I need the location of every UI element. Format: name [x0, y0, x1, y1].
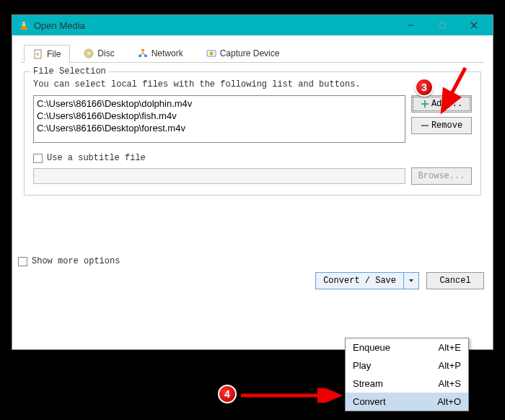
menu-shortcut: Alt+P — [439, 360, 461, 371]
annotation-badge-4: 4 — [218, 385, 237, 403]
menu-label: Stream — [353, 378, 439, 389]
tab-disc[interactable]: Disc — [74, 44, 123, 62]
menu-item-stream[interactable]: Stream Alt+S — [346, 375, 468, 393]
list-item[interactable]: C:\Users\86166\Desktop\forest.m4v — [37, 123, 402, 135]
show-more-options-checkbox[interactable] — [18, 257, 27, 266]
tab-file[interactable]: File — [24, 45, 70, 63]
list-item[interactable]: C:\Users\86166\Desktop\fish.m4v — [37, 110, 402, 123]
tab-label: Capture Device — [220, 48, 280, 58]
group-label: File Selection — [30, 66, 109, 76]
convert-save-dropdown-arrow[interactable] — [403, 273, 418, 289]
help-text: You can select local files with the foll… — [33, 79, 472, 89]
menu-item-convert[interactable]: Convert Alt+O — [346, 393, 468, 411]
capture-icon — [206, 48, 216, 58]
disc-icon — [84, 48, 94, 58]
menu-label: Convert — [353, 396, 437, 407]
svg-rect-11 — [139, 55, 141, 57]
svg-line-21 — [442, 68, 465, 111]
close-button[interactable] — [458, 16, 490, 35]
svg-rect-1 — [22, 25, 26, 25]
menu-label: Enqueue — [353, 342, 439, 353]
convert-save-dropdown: Enqueue Alt+E Play Alt+P Stream Alt+S Co… — [345, 338, 469, 411]
svg-point-17 — [209, 52, 213, 56]
svg-rect-3 — [439, 22, 444, 27]
svg-point-9 — [88, 53, 90, 55]
browse-label: Browse... — [418, 171, 465, 181]
convert-save-button[interactable]: Convert / Save — [315, 272, 419, 289]
file-list[interactable]: C:\Users\86166\Desktop\dolphin.m4v C:\Us… — [33, 95, 405, 143]
file-icon — [33, 49, 43, 59]
annotation-arrow-3 — [429, 65, 480, 123]
svg-rect-12 — [144, 55, 147, 57]
titlebar: Open Media — [12, 15, 493, 35]
menu-item-enqueue[interactable]: Enqueue Alt+E — [346, 338, 468, 356]
footer-buttons: Convert / Save Cancel — [12, 272, 493, 297]
chevron-down-icon — [408, 278, 414, 284]
show-more-options-label: Show more options — [32, 256, 120, 266]
tab-label: Disc — [97, 48, 114, 58]
tab-network[interactable]: Network — [128, 44, 193, 62]
menu-label: Play — [353, 360, 439, 371]
svg-rect-10 — [141, 49, 144, 51]
menu-shortcut: Alt+O — [437, 396, 461, 407]
tabbar: File Disc Network Capture Device — [21, 41, 484, 63]
subtitle-path-input — [33, 168, 405, 184]
vlc-cone-icon — [18, 19, 30, 31]
menu-item-play[interactable]: Play Alt+P — [346, 356, 468, 375]
plus-icon — [421, 100, 429, 108]
annotation-badge-3: 3 — [415, 78, 434, 97]
spacer — [12, 201, 493, 250]
svg-rect-0 — [22, 22, 25, 23]
network-icon — [138, 48, 148, 58]
minus-icon — [421, 121, 429, 130]
tab-capture[interactable]: Capture Device — [197, 44, 289, 62]
subtitle-label: Use a subtitle file — [47, 153, 146, 163]
minimize-button[interactable] — [395, 16, 426, 35]
svg-line-14 — [140, 53, 143, 55]
browse-button: Browse... — [411, 167, 472, 185]
tab-label: File — [47, 49, 61, 59]
convert-save-label[interactable]: Convert / Save — [316, 273, 403, 289]
open-media-window: Open Media File Disc Ne — [12, 14, 493, 350]
annotation-arrow-4 — [238, 388, 346, 403]
svg-line-15 — [143, 53, 146, 55]
file-selection-group: File Selection You can select local file… — [24, 71, 481, 196]
cancel-label: Cancel — [439, 276, 470, 286]
list-item[interactable]: C:\Users\86166\Desktop\dolphin.m4v — [37, 98, 402, 110]
subtitle-checkbox[interactable] — [33, 154, 43, 163]
menu-shortcut: Alt+S — [439, 378, 461, 389]
cancel-button[interactable]: Cancel — [426, 272, 484, 289]
content-area: File Disc Network Capture Device File Se… — [12, 35, 493, 201]
maximize-button[interactable] — [426, 16, 458, 35]
window-title: Open Media — [34, 20, 395, 31]
tab-label: Network — [152, 48, 183, 58]
menu-shortcut: Alt+E — [439, 342, 461, 353]
